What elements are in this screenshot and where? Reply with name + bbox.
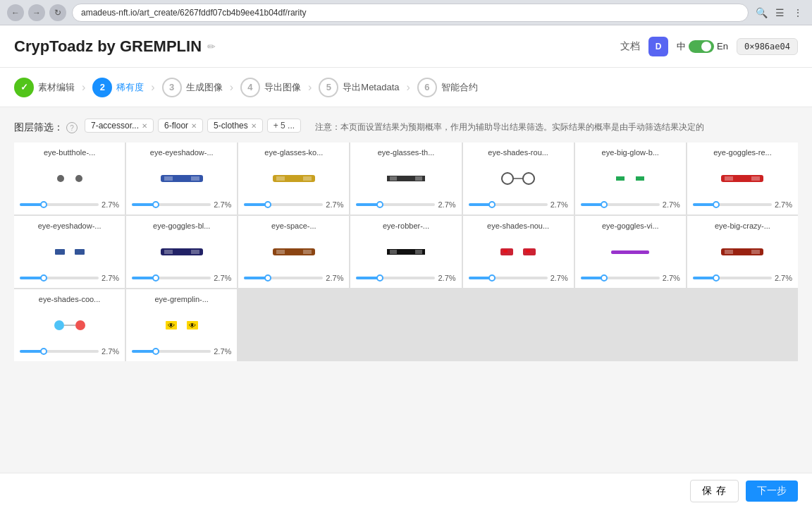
item-slider-row-2: 2.7% [244,200,343,209]
item-name-5: eye-big-glow-b... [581,148,680,157]
filter-tag-2[interactable]: 5-clothes ✕ [207,119,263,133]
notice-text: 注意：本页面设置结果为预期概率，作用为辅助导出结果筛选。实际结果的概率是由手动筛… [315,119,704,133]
svg-rect-29 [415,250,422,254]
item-slider-handle-3[interactable] [376,201,383,208]
item-slider-track-9[interactable] [244,277,323,279]
filter-label: 图层筛选： ? [14,119,78,134]
item-image-11 [490,234,546,270]
filter-tag-1-close[interactable]: ✕ [191,122,197,130]
item-percent-10: 2.7% [438,274,455,282]
step-3[interactable]: 3 生成图像 [162,78,223,97]
svg-point-39 [75,320,85,330]
item-name-2: eye-glasses-ko... [244,148,343,157]
step-5-label: 导出Metadata [343,81,399,94]
item-slider-handle-5[interactable] [601,201,608,208]
item-slider-handle-8[interactable] [152,274,159,282]
step-1[interactable]: ✓ 素材编辑 [14,78,75,97]
svg-rect-32 [503,250,508,253]
filter-tag-1[interactable]: 6-floor ✕ [158,119,203,133]
item-card-10[interactable]: eye-robber-... 2.7% [350,216,461,288]
item-slider-handle-4[interactable] [488,201,496,208]
item-card-4[interactable]: eye-shades-rou... 2.7% [463,143,574,214]
item-slider-handle-15[interactable] [152,348,159,355]
item-percent-4: 2.7% [550,200,568,209]
item-slider-row-12: 2.7% [581,274,680,282]
item-slider-track-13[interactable] [693,277,772,279]
discord-icon[interactable]: D [648,37,668,56]
svg-point-0 [57,175,64,182]
item-card-12[interactable]: eye-goggles-vi... 2.7% [575,216,686,288]
item-slider-handle-9[interactable] [264,274,271,282]
reload-button[interactable]: ↻ [49,4,66,21]
item-slider-track-0[interactable] [20,203,99,206]
filter-tag-2-close[interactable]: ✕ [251,122,257,130]
item-slider-track-7[interactable] [20,277,99,279]
item-card-9[interactable]: eye-space-... 2.7% [238,216,349,288]
filter-tag-0-close[interactable]: ✕ [142,122,147,130]
item-slider-track-1[interactable] [132,203,211,206]
item-card-15[interactable]: eye-gremplin-... 👁👁 2.7% [126,289,237,361]
search-icon[interactable]: 🔍 [754,6,768,20]
header-right: 文档 D 中 En 0×986ae04 [620,37,798,56]
step-4-label: 导出图像 [264,81,301,94]
item-slider-track-10[interactable] [356,277,435,279]
step-5[interactable]: 5 导出Metadata [319,78,399,97]
extensions-icon[interactable]: ☰ [773,6,787,20]
item-card-2[interactable]: eye-glasses-ko... 2.7% [238,143,349,214]
lang-switch[interactable] [689,40,714,53]
item-name-13: eye-big-crazy-... [693,222,792,230]
menu-icon[interactable]: ⋮ [791,6,805,20]
item-slider-handle-6[interactable] [713,201,720,208]
item-slider-handle-12[interactable] [601,274,608,282]
item-card-7[interactable]: eye-eyeshadow-... 2.7% [14,216,125,288]
item-slider-handle-11[interactable] [488,274,496,282]
item-slider-track-15[interactable] [132,350,211,353]
step-6[interactable]: 6 智能合约 [417,78,478,97]
item-slider-track-2[interactable] [244,203,323,206]
item-card-11[interactable]: eye-shades-nou... 2.7% [463,216,574,288]
item-slider-row-5: 2.7% [581,200,680,209]
item-card-5[interactable]: eye-big-glow-b... 2.7% [575,143,686,214]
item-slider-track-12[interactable] [581,277,660,279]
item-slider-track-5[interactable] [581,203,660,206]
item-image-1 [154,161,210,196]
app-header: CrypToadz by GREMPLIN ✏ 文档 D 中 En 0×986a… [0,25,812,68]
item-slider-handle-13[interactable] [713,274,720,282]
edit-icon[interactable]: ✏ [207,41,216,52]
step-4[interactable]: 4 导出图像 [240,78,301,97]
item-slider-handle-0[interactable] [40,201,47,208]
item-slider-handle-10[interactable] [376,274,383,282]
item-card-1[interactable]: eye-eyeshadow-... 2.7% [126,143,237,214]
step-2[interactable]: 2 稀有度 [92,78,144,97]
item-slider-track-8[interactable] [132,277,211,279]
item-slider-track-4[interactable] [469,203,548,206]
item-slider-handle-14[interactable] [40,348,47,355]
filter-info-icon[interactable]: ? [66,122,78,133]
item-card-8[interactable]: eye-goggles-bl... 2.7% [126,216,237,288]
item-slider-track-6[interactable] [693,203,772,206]
item-slider-row-8: 2.7% [132,274,231,282]
item-percent-8: 2.7% [214,274,231,282]
item-card-0[interactable]: eye-butthole-... 2.7% [14,143,125,214]
docs-link[interactable]: 文档 [620,40,640,53]
item-image-4 [490,161,546,196]
item-image-8 [154,234,210,270]
url-text: amadeus-nft.io/art_create/6267fddf07cb4b… [81,8,307,18]
lang-toggle: 中 En [677,40,728,53]
wallet-button[interactable]: 0×986ae04 [737,38,798,55]
url-bar[interactable]: amadeus-nft.io/art_create/6267fddf07cb4b… [72,4,749,22]
item-card-14[interactable]: eye-shades-coo... 2.7% [14,289,125,361]
item-slider-track-11[interactable] [469,277,548,279]
item-slider-track-14[interactable] [20,350,99,353]
item-card-3[interactable]: eye-glasses-th... 2.7% [350,143,461,214]
forward-button[interactable]: → [28,4,45,21]
filter-more[interactable]: + 5 ... [267,119,301,133]
item-slider-handle-2[interactable] [264,201,271,208]
filter-tag-0[interactable]: 7-accessor... ✕ [85,119,154,133]
item-card-6[interactable]: eye-goggles-re... 2.7% [687,143,798,214]
item-slider-handle-7[interactable] [40,274,47,282]
item-slider-handle-1[interactable] [152,201,159,208]
back-button[interactable]: ← [7,4,24,21]
item-slider-track-3[interactable] [356,203,435,206]
item-card-13[interactable]: eye-big-crazy-... 2.7% [687,216,798,288]
